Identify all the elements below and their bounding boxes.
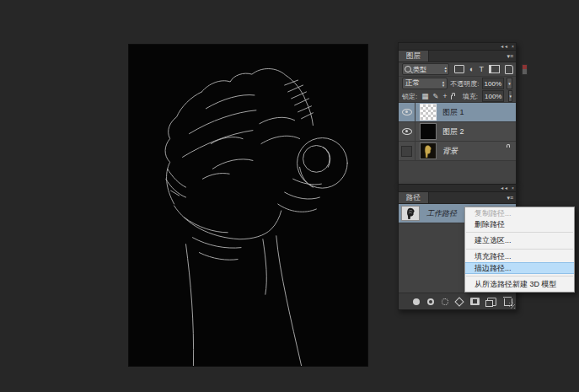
make-work-path-icon[interactable] — [454, 297, 464, 306]
fill-dropdown-icon[interactable]: ▾ — [508, 90, 512, 102]
layer-row-1[interactable]: 图层 1 — [399, 103, 516, 122]
lock-label: 锁定: — [402, 92, 417, 101]
filter-pixel-layers-icon[interactable] — [454, 65, 464, 73]
fill-path-icon[interactable] — [413, 298, 420, 305]
lock-transparency-icon[interactable]: ▦ — [421, 92, 428, 100]
eye-icon — [402, 109, 412, 115]
tab-layers[interactable]: 图层 — [399, 51, 429, 62]
layer-thumbnail-photo[interactable] — [420, 142, 437, 159]
opacity-label: 不透明度: — [450, 79, 479, 89]
filter-smart-object-icon[interactable] — [505, 65, 513, 74]
layers-panel: ◄◄ × 图层 ▾≡ 类型 ▴▾ ◐ T 正常 ▴▾ 不透明度: 100% ▾ — [398, 42, 517, 184]
menu-separator — [466, 249, 573, 250]
layer-row-2[interactable]: 图层 2 — [399, 122, 516, 142]
layer-row-background[interactable]: 背景 — [399, 142, 516, 161]
collapse-panel-icon[interactable]: ◄◄ — [500, 43, 508, 50]
layers-panel-titlebar: ◄◄ × — [399, 43, 516, 51]
filter-type-layers-icon[interactable]: T — [479, 65, 484, 73]
eye-hidden-box — [401, 146, 412, 157]
paths-panel-titlebar: ◄◄ × — [399, 185, 516, 192]
lock-row: 锁定: ▦ ✎ + 填充: 100% ▾ — [399, 90, 516, 103]
opacity-dropdown-icon[interactable]: ▾ — [507, 78, 512, 89]
opacity-value[interactable]: 100% — [482, 78, 504, 89]
lock-position-icon[interactable]: + — [442, 92, 447, 100]
layer-name: 图层 1 — [442, 107, 464, 118]
menu-item-make-selection[interactable]: 建立选区... — [465, 234, 574, 247]
visibility-cell[interactable] — [399, 103, 415, 121]
tab-paths[interactable]: 路径 — [399, 192, 429, 203]
add-mask-icon[interactable] — [470, 298, 480, 305]
panel-menu-icon[interactable]: ▾≡ — [507, 52, 513, 60]
menu-item-duplicate-path: 复制路径... — [465, 208, 574, 219]
blend-mode-dropdown[interactable]: 正常 ▴▾ — [402, 78, 448, 89]
load-path-as-selection-icon[interactable] — [442, 298, 448, 305]
layer-list: 图层 1 图层 2 背景 — [399, 103, 516, 188]
menu-separator — [466, 276, 573, 277]
close-panel-icon[interactable]: × — [512, 185, 514, 191]
menu-item-delete-path[interactable]: 删除路径 — [465, 219, 574, 230]
chevron-updown-icon: ▴▾ — [442, 80, 445, 87]
layer-thumbnail-black[interactable] — [420, 123, 437, 140]
blend-mode-row: 正常 ▴▾ 不透明度: 100% ▾ — [399, 77, 516, 90]
search-icon — [405, 66, 411, 72]
blend-mode-value: 正常 — [405, 78, 420, 89]
layer-thumbnail-transparent[interactable] — [420, 104, 437, 121]
close-panel-icon[interactable]: × — [512, 43, 514, 50]
filter-group-layers-icon[interactable] — [489, 65, 500, 73]
fill-value[interactable]: 100% — [482, 90, 504, 102]
filter-toggle-icon[interactable] — [522, 64, 528, 75]
layer-filter-row: 类型 ▴▾ ◐ T — [399, 62, 516, 77]
document-canvas[interactable] — [128, 44, 368, 367]
menu-item-stroke-path[interactable]: 描边路径... — [465, 262, 574, 274]
path-thumbnail[interactable] — [401, 206, 420, 221]
collapse-panel-icon[interactable]: ◄◄ — [500, 185, 508, 191]
fill-label: 填充: — [463, 92, 478, 101]
menu-item-fill-path[interactable]: 填充路径... — [465, 251, 574, 262]
layer-name: 背景 — [442, 146, 458, 157]
filter-type-dropdown[interactable]: 类型 ▴▾ — [402, 63, 449, 75]
layers-tab-row: 图层 ▾≡ — [399, 51, 516, 62]
menu-separator — [466, 232, 573, 233]
menu-item-new-3d-model[interactable]: 从所选路径新建 3D 模型 — [465, 278, 574, 291]
visibility-cell[interactable] — [399, 122, 415, 141]
lock-pixels-icon[interactable]: ✎ — [432, 92, 438, 100]
visibility-cell[interactable] — [399, 142, 415, 160]
eye-icon — [402, 128, 412, 135]
paths-tab-row: 路径 ▾≡ — [399, 192, 516, 204]
panel-menu-icon[interactable]: ▾≡ — [507, 194, 513, 201]
filter-adjustment-layers-icon[interactable]: ◐ — [469, 65, 474, 73]
work-path-name: 工作路径 — [426, 208, 457, 219]
path-context-menu: 复制路径... 删除路径 建立选区... 填充路径... 描边路径... 从所选… — [464, 207, 575, 293]
fist-line-art — [129, 45, 367, 366]
stroke-path-icon[interactable] — [427, 298, 434, 305]
new-path-icon[interactable] — [487, 298, 496, 306]
paths-toolbar — [399, 293, 516, 309]
resize-grip[interactable] — [509, 303, 515, 309]
chevron-updown-icon: ▴▾ — [444, 66, 447, 72]
filter-type-label: 类型 — [413, 65, 426, 74]
layer-name: 图层 2 — [442, 126, 464, 137]
